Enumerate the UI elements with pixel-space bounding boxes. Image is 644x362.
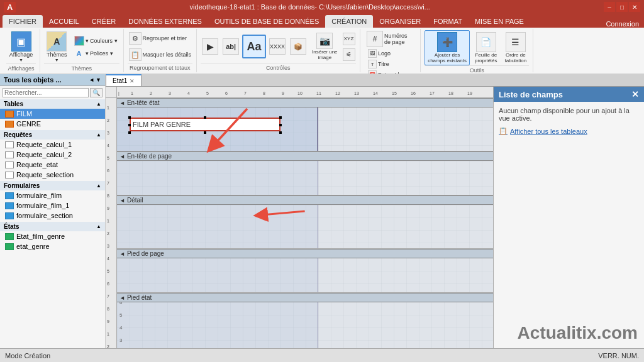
section-detail-body[interactable] [117, 205, 493, 249]
formulaires-chevron[interactable]: ▲ [96, 183, 101, 189]
nav-collapse-icon[interactable]: ◄ [89, 77, 94, 83]
tables-section-header[interactable]: Tables ▲ [0, 99, 105, 109]
svg-text:10: 10 [297, 91, 303, 96]
ribbon: ▣ Affichage ▼ Affichages A Thèmes ▼ ▾ Co… [0, 28, 644, 74]
section-pied-etat-body[interactable]: 1 2 3 4 5 6 [117, 302, 493, 348]
page-numbers-button[interactable]: # Numérosde page [366, 30, 408, 48]
afficher-tableaux-link[interactable]: 📋 Afficher tous les tableaux [499, 127, 639, 135]
report-design-area[interactable]: | 1 2 3 4 5 6 7 8 9 10 11 12 [106, 87, 493, 348]
couleurs-button[interactable]: ▾ Couleurs ▾ [72, 35, 119, 47]
nav-item-formulaire-film1[interactable]: formulaire_film_1 [0, 200, 105, 211]
requete-calcul2-label: Requete_calcul_2 [16, 151, 72, 158]
tables-chevron[interactable]: ▲ [96, 101, 101, 107]
textbox-button[interactable]: XXXX [268, 37, 287, 56]
xyz-button[interactable]: XYZ [342, 32, 356, 46]
tab-etat1[interactable]: Etat1 ✕ [106, 74, 142, 86]
nav-item-requete-calcul2[interactable]: Requete_calcul_2 [0, 150, 105, 160]
group-affichages: ▣ Affichage ▼ Affichages [3, 29, 40, 72]
maximize-button[interactable]: □ [616, 2, 628, 12]
section-pied-etat: ◄ Pied état 1 2 3 [117, 293, 493, 348]
field-list-close[interactable]: ✕ [631, 89, 639, 99]
tab-creation[interactable]: CRÉATION [325, 15, 373, 28]
svg-text:9: 9 [282, 91, 284, 96]
text-button[interactable]: ab| [221, 37, 240, 56]
group-themes-label: Thèmes [44, 63, 119, 72]
logo-button[interactable]: 🖼 Logo [366, 48, 414, 58]
search-button[interactable]: 🔍 [90, 88, 103, 97]
film-par-genre-field[interactable]: FILM PAR GENRE [130, 118, 280, 131]
tab-organiser[interactable]: ORGANISER [373, 15, 427, 28]
nav-header[interactable]: Tous les objets ... ◄ ▼ [0, 74, 105, 86]
nav-item-etat-film-genre[interactable]: Etat_film_genre [0, 231, 105, 241]
section-pied-etat-header: ◄ Pied état [117, 293, 493, 302]
close-button[interactable]: ✕ [629, 2, 640, 12]
status-indicators: VERR. NUM. [598, 352, 639, 359]
tab-donnees-externes[interactable]: DONNÉES EXTERNES [122, 15, 208, 28]
svg-text:5: 5 [107, 156, 109, 160]
requetes-chevron[interactable]: ▲ [96, 132, 101, 138]
group-header-footer: # Numérosde page 🖼 Logo T Titre 📅 Date e… [360, 29, 421, 72]
nav-item-requete-selection[interactable]: Requete_selection [0, 170, 105, 180]
formulaire-film-label: formulaire_film [16, 192, 62, 199]
regrouper-button[interactable]: ⚙ Regrouper et trier [128, 31, 193, 46]
tab-etat1-label: Etat1 [113, 77, 127, 84]
nav-item-etat-genre[interactable]: etat_genre [0, 241, 105, 251]
label-button[interactable]: Aa [242, 35, 266, 58]
genre-table-icon [5, 121, 14, 128]
section-en-tete-page-body[interactable] [117, 161, 493, 195]
tab-etat1-close[interactable]: ✕ [130, 78, 135, 84]
section-detail-header: ◄ Détail [117, 195, 493, 205]
search-input[interactable] [3, 88, 89, 97]
polices-button[interactable]: A ▾ Polices ▾ [72, 48, 119, 59]
feuille-proprietes-button[interactable]: 📄 Feuille depropriétés [472, 31, 500, 65]
nav-item-formulaire-section[interactable]: formulaire_section [0, 211, 105, 221]
nav-header-title: Tous les objets ... [4, 76, 61, 84]
etats-section-header[interactable]: États ▲ [0, 222, 105, 231]
nav-search-container: 🔍 [0, 86, 105, 99]
tab-accueil[interactable]: ACCUEIL [43, 15, 86, 28]
connection-info: Connexion [606, 20, 644, 28]
section-pied-page-body[interactable] [117, 258, 493, 293]
nav-item-formulaire-film[interactable]: formulaire_film [0, 190, 105, 200]
genre-table-label: GENRE [16, 120, 41, 128]
title-bar: A videotheque-18-etat1 : Base de données… [0, 0, 644, 14]
svg-text:8: 8 [107, 194, 109, 198]
tab-format[interactable]: FORMAT [427, 15, 469, 28]
affichage-button[interactable]: ▣ Affichage ▼ [7, 30, 35, 63]
ajouter-champs-button[interactable]: ➕ Ajouter deschamps existants [425, 30, 470, 65]
svg-text:7: 7 [244, 91, 247, 96]
section-en-tete-etat-body[interactable]: FILM PAR GENRE [117, 107, 493, 151]
lines-button[interactable]: ⚟ [342, 48, 356, 62]
ordre-tabulation-button[interactable]: ☰ Ordre detabulation [502, 31, 530, 65]
tab-creer[interactable]: CRÉER [86, 15, 123, 28]
titre-button[interactable]: T Titre [366, 59, 414, 69]
tab-mise-en-page[interactable]: MISE EN PAGE [469, 15, 530, 28]
tab-fichier[interactable]: FICHIER [3, 15, 43, 28]
combo-button[interactable]: 📦 [289, 37, 308, 56]
formulaire-section-label: formulaire_section [16, 212, 73, 219]
requete-selection-label: Requete_selection [16, 171, 74, 178]
themes-button[interactable]: A Thèmes ▼ [44, 30, 70, 63]
nav-item-genre[interactable]: GENRE [0, 119, 105, 129]
etats-chevron[interactable]: ▲ [96, 224, 101, 229]
svg-text:7: 7 [107, 181, 109, 185]
nav-item-film[interactable]: FILM [0, 109, 105, 119]
etat-film-genre-icon [5, 233, 14, 240]
select-button[interactable]: ▶ [201, 37, 219, 56]
formulaires-section-header[interactable]: Formulaires ▲ [0, 181, 105, 190]
requete-selection-icon [5, 172, 14, 178]
minimize-button[interactable]: – [604, 2, 615, 12]
tab-outils-bdd[interactable]: OUTILS DE BASE DE DONNÉES [208, 15, 325, 28]
masquer-details-button[interactable]: 📋 Masquer les détails [128, 47, 193, 62]
group-controls: ▶ ab| Aa XXXX 📦 📷 Insérer uneimage XYZ [197, 29, 360, 72]
requetes-label: Requêtes [4, 131, 32, 138]
date-heure-button[interactable]: 📅 Date et heure [366, 70, 414, 74]
left-nav: Tous les objets ... ◄ ▼ 🔍 Tables ▲ FILM … [0, 74, 106, 348]
nav-item-requete-calcul1[interactable]: Requete_calcul_1 [0, 140, 105, 150]
nav-chevron-icon[interactable]: ▼ [96, 77, 101, 83]
title-bar-controls[interactable]: – □ ✕ [604, 2, 640, 12]
image-insert-button[interactable]: 📷 Insérer uneimage [309, 31, 340, 62]
requetes-section-header[interactable]: Requêtes ▲ [0, 130, 105, 140]
nav-item-requete-etat[interactable]: Requete_etat [0, 160, 105, 170]
title-bar-left: A [4, 2, 16, 13]
